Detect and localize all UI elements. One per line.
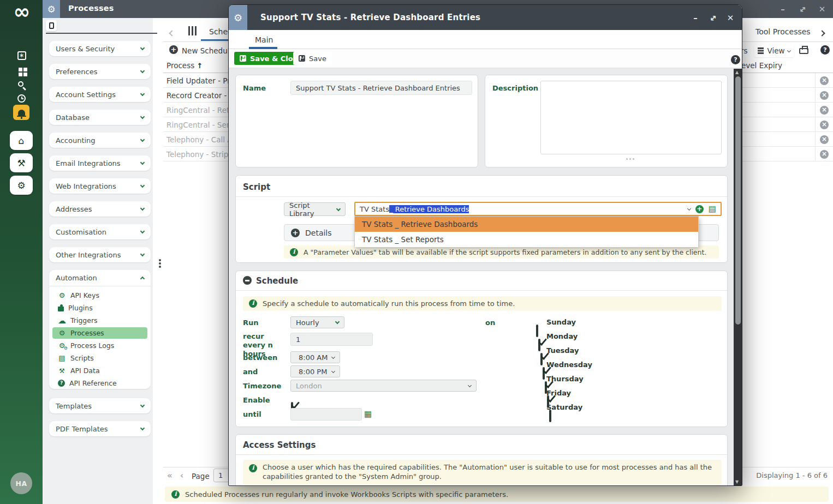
gear-icon <box>58 291 66 299</box>
sidebar-item-process-logs[interactable]: Process Logs <box>52 340 147 351</box>
sidebar-item-api-keys[interactable]: API Keys <box>52 290 147 301</box>
notifications-bell-icon[interactable] <box>13 105 29 120</box>
sidebar-resize-handle[interactable] <box>159 259 161 261</box>
name-input[interactable] <box>290 81 472 95</box>
search-icon[interactable] <box>17 80 26 89</box>
day-checkbox-tuesday[interactable] <box>540 353 543 365</box>
divider <box>236 454 727 455</box>
close-icon[interactable]: ✕ <box>817 4 828 14</box>
day-checkbox-wednesday[interactable] <box>543 367 545 380</box>
day-checkbox-saturday[interactable] <box>549 410 551 422</box>
print-icon[interactable] <box>799 48 808 54</box>
home-button[interactable]: ⌂ <box>10 131 33 150</box>
view-dropdown[interactable]: View <box>754 44 794 57</box>
grid-apps-icon[interactable] <box>17 66 26 75</box>
chevron-down-icon[interactable] <box>687 206 691 210</box>
sidebar-group-customisation[interactable]: Customisation <box>49 224 151 239</box>
collapse-minus-icon[interactable] <box>243 276 252 285</box>
scroll-up-icon[interactable]: ▲ <box>735 70 739 75</box>
avatar[interactable]: HA <box>10 472 32 494</box>
tab-scroll-left-icon[interactable] <box>170 27 174 38</box>
sidebar-group-accounting[interactable]: Accounting <box>49 133 151 148</box>
process-gear-icon: ⚙ <box>229 5 247 30</box>
day-checkbox-sunday[interactable] <box>536 325 538 337</box>
delete-row-icon[interactable]: × <box>820 135 829 144</box>
modal-help-icon[interactable]: ? <box>731 55 740 64</box>
pagination-first-icon[interactable]: « <box>167 471 172 481</box>
delete-row-icon[interactable]: × <box>820 106 829 115</box>
sidebar-collapse-button[interactable] <box>46 20 57 31</box>
modal-minimize-icon[interactable]: – <box>691 13 700 23</box>
page-label: Page <box>192 472 210 481</box>
tab-scroll-right-icon[interactable] <box>820 27 824 38</box>
modal-expand-icon[interactable]: ↔ <box>708 13 718 23</box>
delete-row-icon[interactable]: × <box>820 150 829 159</box>
column-header-process[interactable]: Process ↑ <box>166 61 203 70</box>
modal-titlebar[interactable]: ⚙ Support TV Stats - Retrieve Dashboard … <box>229 5 742 30</box>
day-checkbox-monday[interactable] <box>538 339 540 351</box>
columns-icon[interactable] <box>188 26 190 35</box>
delete-row-icon[interactable]: × <box>820 121 829 129</box>
chevron-down-icon <box>140 114 145 118</box>
between-select[interactable]: 8:00 AM <box>290 351 340 363</box>
column-header-expiry[interactable]: evel Expiry <box>741 61 782 70</box>
sidebar-group-other-integrations[interactable]: Other Integrations <box>49 247 151 262</box>
settings-button[interactable]: ⚙ <box>10 176 33 195</box>
dropdown-option[interactable]: TV Stats _ Set Reports <box>355 232 698 247</box>
add-script-icon[interactable]: + <box>695 205 704 213</box>
sidebar-group-database[interactable]: Database <box>49 110 151 125</box>
sidebar-group-addresses[interactable]: Addresses <box>49 201 151 217</box>
sidebar-item-processes[interactable]: Processes <box>52 327 147 339</box>
script-combo-input[interactable]: TV Stats_ Retrieve Dashboards + ▤ <box>354 202 722 216</box>
description-textarea[interactable] <box>540 81 722 154</box>
sidebar-group-preferences[interactable]: Preferences <box>49 64 151 79</box>
scroll-down-icon[interactable]: ▼ <box>735 479 739 484</box>
bookmark-star-icon[interactable]: ∗ <box>17 51 26 60</box>
day-label: Tuesday <box>546 346 579 355</box>
tab-main[interactable]: Main <box>255 35 273 44</box>
delete-row-icon[interactable]: × <box>820 91 829 100</box>
sidebar-group-templates[interactable]: Templates <box>49 398 151 413</box>
automation-header[interactable]: Automation <box>49 270 151 286</box>
save-button[interactable]: Save <box>293 52 332 65</box>
run-select[interactable]: Hourly <box>290 316 344 328</box>
timezone-select[interactable]: London <box>290 380 477 392</box>
sidebar-group-automation: Automation API Keys Plugins Triggers Pro… <box>49 270 151 389</box>
recent-clock-icon[interactable] <box>17 94 26 103</box>
sidebar-item-api-reference[interactable]: API Reference <box>52 377 147 389</box>
recur-input[interactable] <box>290 333 373 346</box>
tab-tool-processes[interactable]: Tool Processes <box>755 27 811 36</box>
sidebar-item-scripts[interactable]: Scripts <box>52 352 147 364</box>
sidebar-group-account-settings[interactable]: Account Settings <box>49 87 151 102</box>
sidebar-item-plugins[interactable]: Plugins <box>52 302 147 314</box>
script-library-select[interactable]: Script Library <box>284 202 346 216</box>
divider <box>236 196 727 197</box>
modal-scrollbar[interactable]: ▲ ▼ <box>734 69 742 485</box>
until-input[interactable] <box>290 408 362 421</box>
resize-handle-icon[interactable] <box>626 158 628 160</box>
help-icon[interactable]: ? <box>820 45 830 55</box>
tools-button[interactable]: ⚒ <box>10 153 33 172</box>
chevron-down-icon <box>140 403 145 407</box>
sidebar-group-users-security[interactable]: Users & Security <box>49 41 151 56</box>
sidebar-item-api-data[interactable]: API Data <box>52 365 147 376</box>
sidebar-group-email-integrations[interactable]: Email Integrations <box>49 155 151 171</box>
pagination-prev-icon[interactable]: ‹ <box>180 471 183 481</box>
minimize-icon[interactable]: – <box>777 4 788 14</box>
workbooks-logo-icon: ∞ <box>10 0 34 24</box>
sidebar-item-triggers[interactable]: Triggers <box>52 315 147 326</box>
gear-icon: ⚙ <box>17 180 25 191</box>
restore-icon[interactable]: ↔ <box>797 4 808 14</box>
script-file-icon[interactable]: ▤ <box>709 205 716 213</box>
chevron-down-icon <box>140 45 145 50</box>
and-select[interactable]: 8:00 PM <box>290 365 340 377</box>
script-dropdown-list: TV Stats _ Retrieve Dashboards TV Stats … <box>354 216 699 247</box>
sidebar-group-pdf-templates[interactable]: PDF Templates <box>49 421 151 436</box>
chevron-down-icon <box>140 137 145 141</box>
calendar-icon[interactable]: ▦ <box>364 409 372 419</box>
dropdown-option[interactable]: TV Stats _ Retrieve Dashboards <box>355 217 698 232</box>
delete-row-icon[interactable]: × <box>820 76 829 85</box>
sidebar-group-web-integrations[interactable]: Web Integrations <box>49 178 151 194</box>
modal-close-icon[interactable]: ✕ <box>725 13 735 23</box>
scrollbar-thumb[interactable] <box>735 76 741 325</box>
